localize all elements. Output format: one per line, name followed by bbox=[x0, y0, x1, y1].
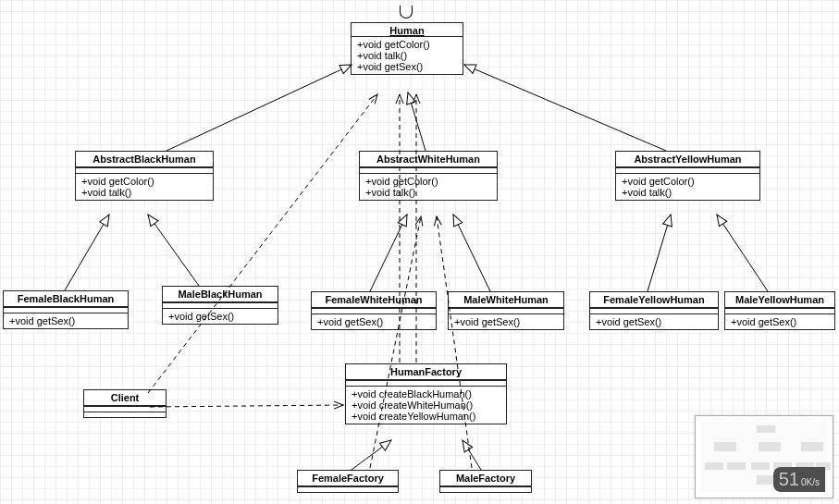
class-title: MaleFactory bbox=[440, 471, 531, 486]
svg-line-16 bbox=[437, 216, 472, 468]
speed-value: 51 bbox=[779, 469, 799, 490]
class-female-yellow-human[interactable]: FemaleYellowHuman +void getSex() bbox=[589, 291, 719, 330]
class-title: FemaleBlackHuman bbox=[4, 291, 128, 307]
operation: +void talk() bbox=[365, 187, 491, 198]
operation: +void createBlackHuman() bbox=[352, 388, 500, 400]
svg-line-1 bbox=[408, 92, 426, 151]
class-title: FemaleFactory bbox=[298, 471, 398, 486]
class-female-white-human[interactable]: FemaleWhiteHuman +void getSex() bbox=[311, 291, 437, 330]
operation: +void talk() bbox=[622, 187, 754, 198]
class-female-black-human[interactable]: FemaleBlackHuman +void getSex() bbox=[3, 290, 129, 329]
svg-line-3 bbox=[65, 215, 109, 290]
class-abstract-yellow-human[interactable]: AbstractYellowHuman +void getColor() +vo… bbox=[615, 151, 760, 201]
interface-socket-icon bbox=[400, 6, 413, 18]
class-title: HumanFactory bbox=[346, 364, 506, 380]
class-male-white-human[interactable]: MaleWhiteHuman +void getSex() bbox=[448, 291, 564, 330]
operation: +void createYellowHuman() bbox=[352, 411, 500, 422]
attributes-empty bbox=[298, 486, 398, 492]
operation: +void talk() bbox=[357, 50, 457, 61]
svg-line-6 bbox=[453, 215, 490, 291]
operation: +void talk() bbox=[81, 187, 207, 198]
class-title: FemaleWhiteHuman bbox=[312, 292, 436, 308]
speed-unit: 0K/s bbox=[801, 477, 820, 487]
class-title: FemaleYellowHuman bbox=[590, 292, 718, 308]
operation: +void getSex() bbox=[454, 316, 558, 327]
svg-line-15 bbox=[370, 216, 421, 468]
minimap[interactable]: 51 0K/s bbox=[695, 415, 833, 498]
attributes-empty bbox=[440, 486, 531, 492]
svg-line-11 bbox=[148, 94, 377, 393]
class-title: AbstractYellowHuman bbox=[616, 152, 759, 167]
svg-line-0 bbox=[167, 65, 352, 151]
operation: +void getColor() bbox=[357, 39, 457, 50]
operation: +void getSex() bbox=[317, 316, 430, 327]
operation: +void createWhiteHuman() bbox=[352, 400, 500, 411]
class-title: Human bbox=[352, 23, 463, 36]
svg-line-2 bbox=[464, 65, 666, 151]
operation: +void getColor() bbox=[365, 176, 491, 187]
class-human-factory[interactable]: HumanFactory +void createBlackHuman() +v… bbox=[345, 363, 507, 424]
svg-line-5 bbox=[370, 215, 407, 291]
class-title: AbstractBlackHuman bbox=[76, 152, 213, 167]
uml-canvas[interactable]: Human +void getColor() +void talk() +voi… bbox=[0, 0, 839, 504]
class-title: Client bbox=[84, 390, 166, 406]
class-male-factory[interactable]: MaleFactory bbox=[439, 470, 532, 493]
class-abstract-white-human[interactable]: AbstractWhiteHuman +void getColor() +voi… bbox=[359, 151, 498, 201]
class-title: MaleYellowHuman bbox=[725, 292, 834, 308]
network-speed-badge: 51 0K/s bbox=[773, 467, 825, 492]
svg-line-9 bbox=[352, 440, 391, 470]
svg-line-10 bbox=[463, 440, 481, 470]
class-male-yellow-human[interactable]: MaleYellowHuman +void getSex() bbox=[724, 291, 835, 330]
class-human[interactable]: Human +void getColor() +void talk() +voi… bbox=[351, 22, 463, 75]
class-title: MaleBlackHuman bbox=[163, 287, 278, 302]
class-client[interactable]: Client bbox=[83, 389, 167, 418]
svg-line-8 bbox=[717, 215, 768, 291]
class-male-black-human[interactable]: MaleBlackHuman +void getSex() bbox=[162, 286, 278, 325]
operation: +void getSex() bbox=[168, 311, 272, 322]
operations-empty bbox=[84, 412, 166, 417]
operation: +void getSex() bbox=[596, 316, 712, 327]
svg-line-7 bbox=[648, 215, 671, 291]
class-title: MaleWhiteHuman bbox=[449, 292, 563, 308]
class-title: AbstractWhiteHuman bbox=[360, 152, 497, 167]
operation: +void getColor() bbox=[81, 176, 207, 187]
class-abstract-black-human[interactable]: AbstractBlackHuman +void getColor() +voi… bbox=[75, 151, 214, 201]
svg-line-12 bbox=[150, 405, 343, 407]
svg-line-4 bbox=[148, 215, 199, 286]
operation: +void getSex() bbox=[9, 315, 122, 326]
class-female-factory[interactable]: FemaleFactory bbox=[297, 470, 399, 493]
operation: +void getColor() bbox=[622, 176, 754, 187]
operation: +void getSex() bbox=[357, 61, 457, 72]
operation: +void getSex() bbox=[731, 316, 829, 327]
